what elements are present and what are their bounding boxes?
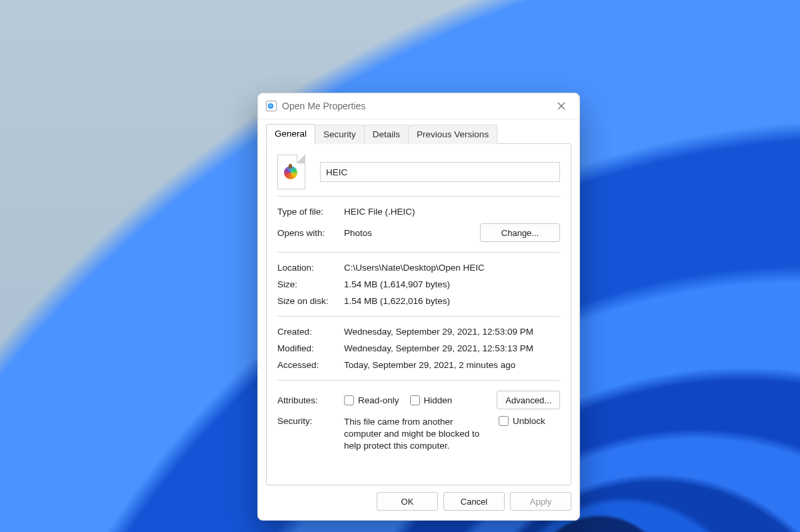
created-label: Created: (277, 327, 340, 337)
separator (277, 316, 560, 317)
location-label: Location: (277, 263, 340, 273)
unblock-checkbox[interactable]: Unblock (499, 416, 545, 426)
file-name-input[interactable] (320, 162, 560, 182)
tab-strip: General Security Details Previous Versio… (258, 119, 579, 143)
close-icon (557, 102, 565, 110)
separator (277, 252, 560, 253)
security-label: Security: (277, 416, 340, 426)
ok-button[interactable]: OK (377, 492, 438, 511)
size-on-disk-label: Size on disk: (277, 296, 340, 306)
type-of-file-label: Type of file: (277, 207, 340, 217)
tab-general[interactable]: General (266, 124, 315, 144)
title-bar[interactable]: Open Me Properties (258, 93, 579, 119)
type-of-file-value: HEIC File (.HEIC) (344, 207, 560, 217)
modified-label: Modified: (277, 343, 340, 353)
hidden-input[interactable] (410, 395, 420, 405)
advanced-button[interactable]: Advanced... (497, 391, 560, 409)
unblock-input[interactable] (499, 416, 509, 426)
properties-dialog: Open Me Properties General Security Deta… (257, 93, 580, 521)
read-only-input[interactable] (344, 395, 354, 405)
accessed-value: Today, September 29, 2021, 2 minutes ago (344, 360, 560, 370)
separator (277, 196, 560, 197)
opens-with-label: Opens with: (277, 228, 340, 238)
hidden-label: Hidden (424, 395, 453, 405)
window-title: Open Me Properties (282, 101, 365, 111)
opens-with-value: Photos (344, 228, 476, 238)
general-panel: Type of file: HEIC File (.HEIC) Opens wi… (266, 143, 571, 485)
read-only-label: Read-only (358, 395, 399, 405)
file-type-icon (277, 155, 305, 189)
hidden-checkbox[interactable]: Hidden (410, 395, 453, 405)
apply-button[interactable]: Apply (510, 492, 571, 511)
size-on-disk-value: 1.54 MB (1,622,016 bytes) (344, 296, 560, 306)
created-value: Wednesday, September 29, 2021, 12:53:09 … (344, 327, 560, 337)
window-icon (266, 101, 277, 111)
unblock-label: Unblock (513, 416, 545, 426)
tab-security[interactable]: Security (315, 125, 365, 144)
change-opens-with-button[interactable]: Change... (480, 223, 560, 242)
location-value: C:\Users\Nate\Desktop\Open HEIC (344, 263, 560, 273)
cancel-button[interactable]: Cancel (443, 492, 505, 511)
read-only-checkbox[interactable]: Read-only (344, 395, 399, 405)
security-message: This file came from another computer and… (344, 416, 491, 453)
modified-value: Wednesday, September 29, 2021, 12:53:13 … (344, 343, 560, 353)
size-label: Size: (277, 279, 340, 289)
attributes-label: Attributes: (277, 395, 340, 405)
tab-previous-versions[interactable]: Previous Versions (408, 125, 497, 144)
dialog-button-bar: OK Cancel Apply (258, 492, 579, 520)
separator (277, 380, 560, 381)
accessed-label: Accessed: (277, 360, 340, 370)
close-button[interactable] (550, 97, 573, 115)
paint-palette-icon (284, 166, 297, 179)
tab-details[interactable]: Details (364, 125, 409, 144)
size-value: 1.54 MB (1,614,907 bytes) (344, 279, 560, 289)
